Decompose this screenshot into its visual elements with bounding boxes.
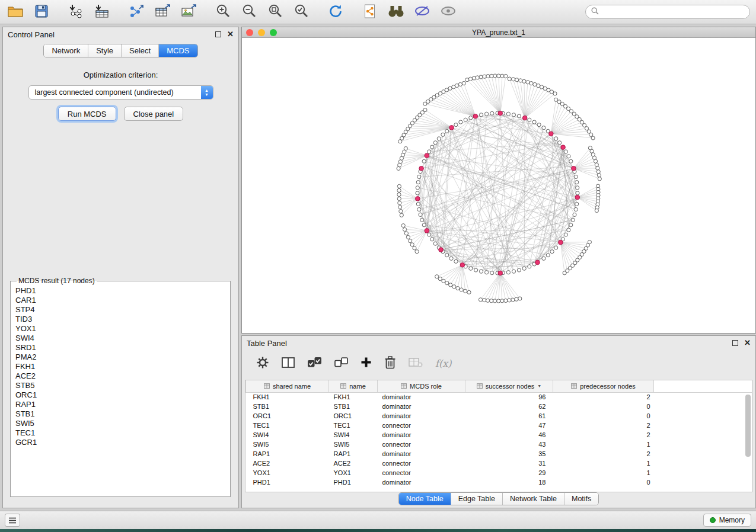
run-mcds-button[interactable]: Run MCDS (58, 107, 116, 121)
show-columns-button[interactable] (282, 357, 295, 370)
table-cell[interactable]: ORC1 (329, 411, 378, 421)
close-panel-button[interactable]: Close panel (124, 107, 184, 121)
network-canvas[interactable] (242, 38, 755, 333)
col-predecessor-nodes[interactable]: predecessor nodes (553, 380, 654, 392)
table-cell[interactable]: 61 (465, 411, 553, 421)
table-row[interactable]: RAP1RAP1dominator352 (246, 449, 752, 459)
table-cell[interactable]: SWI5 (246, 440, 329, 449)
result-item[interactable]: PMA2 (15, 352, 230, 362)
table-cell[interactable]: dominator (378, 402, 465, 411)
tab-select[interactable]: Select (122, 44, 159, 57)
memory-button[interactable]: Memory (703, 514, 751, 527)
table-cell[interactable]: 0 (553, 477, 654, 487)
delete-column-button[interactable] (384, 355, 396, 371)
col-successor-nodes[interactable]: successor nodes▼ (465, 380, 553, 392)
close-panel-icon[interactable]: ✕ (227, 31, 234, 37)
result-item[interactable]: ACE2 (15, 371, 230, 381)
result-item[interactable]: TEC1 (15, 428, 230, 438)
result-item[interactable]: FKH1 (15, 362, 230, 371)
result-item[interactable]: SWI4 (15, 334, 230, 343)
float-table-panel-icon[interactable] (732, 340, 738, 346)
create-column-button[interactable] (361, 357, 372, 370)
result-item[interactable]: STB1 (15, 409, 230, 419)
table-cell[interactable]: 31 (465, 459, 553, 468)
table-cell[interactable]: dominator (378, 477, 465, 487)
result-item[interactable]: ORC1 (15, 390, 230, 400)
table-cell[interactable]: 43 (465, 440, 553, 449)
deselect-all-button[interactable] (334, 357, 348, 369)
table-cell[interactable]: SWI5 (329, 440, 378, 449)
table-cell[interactable]: dominator (378, 430, 465, 440)
table-settings-button[interactable] (256, 356, 269, 371)
table-row[interactable]: SWI5SWI5connector431 (246, 440, 752, 449)
table-cell[interactable]: dominator (378, 411, 465, 421)
search-network-button[interactable] (387, 3, 406, 21)
table-cell[interactable]: YOX1 (246, 468, 329, 477)
result-item[interactable]: YOX1 (15, 324, 230, 334)
table-cell[interactable]: 1 (553, 468, 654, 477)
table-cell[interactable]: connector (378, 440, 465, 449)
criterion-select[interactable]: largest connected component (undirected)… (28, 85, 213, 100)
table-cell[interactable]: ACE2 (246, 459, 329, 468)
result-item[interactable]: PHD1 (15, 286, 230, 296)
tab-mcds[interactable]: MCDS (159, 44, 197, 57)
close-table-panel-icon[interactable]: ✕ (744, 340, 751, 346)
zoom-in-button[interactable] (213, 3, 232, 21)
table-cell[interactable] (654, 459, 752, 468)
table-cell[interactable]: connector (378, 468, 465, 477)
window-zoom-icon[interactable] (270, 29, 277, 36)
table-cell[interactable]: YOX1 (329, 468, 378, 477)
table-row[interactable]: ACE2ACE2connector311 (246, 459, 752, 468)
delete-table-button[interactable] (409, 357, 423, 370)
table-cell[interactable]: connector (378, 421, 465, 430)
table-cell[interactable] (654, 402, 752, 411)
table-row[interactable]: SWI4SWI4dominator462 (246, 430, 752, 440)
hide-details-button[interactable] (413, 3, 432, 21)
table-row[interactable]: STB1STB1dominator620 (246, 402, 752, 411)
table-cell[interactable]: ORC1 (246, 411, 329, 421)
result-item[interactable]: SRD1 (15, 343, 230, 352)
table-cell[interactable]: STB1 (246, 402, 329, 411)
table-cell[interactable]: 1 (553, 459, 654, 468)
table-cell[interactable] (654, 468, 752, 477)
table-cell[interactable]: SWI4 (329, 430, 378, 440)
tab-node-table[interactable]: Node Table (399, 493, 451, 505)
table-cell[interactable]: PHD1 (329, 477, 378, 487)
search-input[interactable] (602, 8, 744, 16)
share-document-button[interactable] (361, 3, 379, 21)
export-network-button[interactable] (127, 3, 146, 21)
table-cell[interactable]: 2 (553, 430, 654, 440)
table-cell[interactable]: SWI4 (246, 430, 329, 440)
table-row[interactable]: PHD1PHD1dominator180 (246, 477, 752, 487)
float-panel-icon[interactable] (215, 31, 221, 37)
table-row[interactable]: FKH1FKH1dominator962 (246, 392, 752, 402)
table-cell[interactable] (654, 411, 752, 421)
result-item[interactable]: TID3 (15, 315, 230, 324)
table-row[interactable]: TEC1TEC1connector472 (246, 421, 752, 430)
table-cell[interactable]: 0 (553, 402, 654, 411)
table-cell[interactable]: dominator (378, 392, 465, 402)
table-cell[interactable] (654, 392, 752, 402)
col-mcds-role[interactable]: MCDS role (378, 380, 465, 392)
table-cell[interactable]: RAP1 (246, 449, 329, 459)
export-image-button[interactable] (179, 3, 198, 21)
table-row[interactable]: YOX1YOX1connector291 (246, 468, 752, 477)
table-cell[interactable]: PHD1 (246, 477, 329, 487)
result-item[interactable]: SWI5 (15, 419, 230, 428)
table-cell[interactable] (654, 449, 752, 459)
network-titlebar[interactable]: YPA_prune.txt_1 (242, 27, 755, 38)
import-table-button[interactable] (92, 3, 111, 21)
result-item[interactable]: RAP1 (15, 400, 230, 409)
table-cell[interactable]: 2 (553, 392, 654, 402)
table-cell[interactable]: dominator (378, 449, 465, 459)
open-file-button[interactable] (6, 3, 25, 21)
table-cell[interactable]: 2 (553, 421, 654, 430)
tab-style[interactable]: Style (88, 44, 122, 57)
table-scrollbar-thumb[interactable] (745, 395, 751, 457)
task-history-button[interactable] (5, 514, 20, 527)
result-item[interactable]: GCR1 (15, 438, 230, 447)
tab-network-table[interactable]: Network Table (503, 493, 564, 505)
table-cell[interactable] (654, 421, 752, 430)
window-close-icon[interactable] (246, 29, 253, 36)
result-item[interactable]: STB5 (15, 381, 230, 390)
